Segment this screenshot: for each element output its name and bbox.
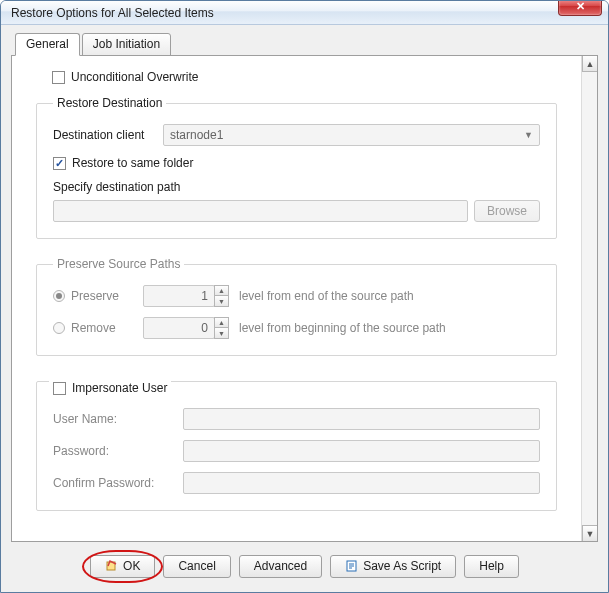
script-icon bbox=[345, 559, 359, 573]
username-row: User Name: bbox=[53, 408, 540, 430]
chevron-down-icon: ▼ bbox=[524, 130, 533, 140]
browse-label: Browse bbox=[487, 204, 527, 218]
password-row: Password: bbox=[53, 440, 540, 462]
close-icon: ✕ bbox=[576, 0, 585, 13]
scroll-down-button[interactable]: ▼ bbox=[582, 525, 597, 541]
specify-path-label: Specify destination path bbox=[53, 180, 540, 194]
unconditional-overwrite-row: Unconditional Overwrite bbox=[52, 70, 557, 84]
tab-general[interactable]: General bbox=[15, 33, 80, 56]
remove-level-input: 0 bbox=[143, 317, 215, 339]
cancel-button[interactable]: Cancel bbox=[163, 555, 230, 578]
impersonate-user-legend: Impersonate User bbox=[72, 381, 167, 395]
confirm-password-input bbox=[183, 472, 540, 494]
ok-label: OK bbox=[123, 559, 140, 573]
impersonate-user-group: x Impersonate User User Name: Password: bbox=[36, 374, 557, 511]
remove-hint: level from beginning of the source path bbox=[239, 321, 446, 335]
tab-panel: Unconditional Overwrite Restore Destinat… bbox=[11, 55, 598, 542]
confirm-password-label: Confirm Password: bbox=[53, 476, 183, 490]
remove-level-spinner: 0 ▲ ▼ bbox=[143, 317, 229, 339]
browse-button: Browse bbox=[474, 200, 540, 222]
restore-same-folder-row: Restore to same folder bbox=[53, 156, 540, 170]
restore-options-dialog: Restore Options for All Selected Items ✕… bbox=[0, 0, 609, 593]
unconditional-overwrite-label: Unconditional Overwrite bbox=[71, 70, 198, 84]
button-bar: OK Cancel Advanced Save As Script Help bbox=[11, 542, 598, 582]
preserve-level-value: 1 bbox=[201, 289, 208, 303]
help-button[interactable]: Help bbox=[464, 555, 519, 578]
ok-icon bbox=[105, 559, 119, 573]
help-label: Help bbox=[479, 559, 504, 573]
tab-job-initiation[interactable]: Job Initiation bbox=[82, 33, 171, 56]
scroll-track[interactable] bbox=[582, 72, 597, 525]
spin-up-button: ▲ bbox=[214, 317, 229, 328]
window-title: Restore Options for All Selected Items bbox=[11, 6, 558, 20]
preserve-level-input: 1 bbox=[143, 285, 215, 307]
tab-content: Unconditional Overwrite Restore Destinat… bbox=[12, 56, 581, 541]
password-input bbox=[183, 440, 540, 462]
ok-button[interactable]: OK bbox=[90, 555, 155, 578]
specify-path-row: Specify destination path Browse bbox=[53, 180, 540, 222]
remove-radio bbox=[53, 322, 65, 334]
remove-label: Remove bbox=[71, 321, 143, 335]
destination-client-select[interactable]: starnode1 ▼ bbox=[163, 124, 540, 146]
username-input bbox=[183, 408, 540, 430]
destination-client-value: starnode1 bbox=[170, 128, 223, 142]
spin-down-button: ▼ bbox=[214, 328, 229, 339]
destination-client-label: Destination client bbox=[53, 128, 163, 142]
remove-level-value: 0 bbox=[201, 321, 208, 335]
preserve-source-paths-group: Preserve Source Paths Preserve 1 ▲ ▼ bbox=[36, 257, 557, 356]
advanced-button[interactable]: Advanced bbox=[239, 555, 322, 578]
preserve-source-paths-legend: Preserve Source Paths bbox=[53, 257, 184, 271]
save-as-script-label: Save As Script bbox=[363, 559, 441, 573]
confirm-password-row: Confirm Password: bbox=[53, 472, 540, 494]
close-button[interactable]: ✕ bbox=[558, 0, 602, 16]
password-label: Password: bbox=[53, 444, 183, 458]
impersonate-user-checkbox[interactable] bbox=[53, 382, 66, 395]
titlebar: Restore Options for All Selected Items ✕ bbox=[1, 1, 608, 25]
restore-same-folder-label: Restore to same folder bbox=[72, 156, 193, 170]
client-area: General Job Initiation Unconditional Ove… bbox=[1, 25, 608, 592]
tab-label: Job Initiation bbox=[93, 37, 160, 51]
save-as-script-button[interactable]: Save As Script bbox=[330, 555, 456, 578]
spin-up-button: ▲ bbox=[214, 285, 229, 296]
preserve-level-spinner: 1 ▲ ▼ bbox=[143, 285, 229, 307]
tab-label: General bbox=[26, 37, 69, 51]
remove-row: Remove 0 ▲ ▼ level from beginning of the… bbox=[53, 317, 540, 339]
destination-client-row: Destination client starnode1 ▼ bbox=[53, 124, 540, 146]
specify-path-input bbox=[53, 200, 468, 222]
cancel-label: Cancel bbox=[178, 559, 215, 573]
preserve-label: Preserve bbox=[71, 289, 143, 303]
unconditional-overwrite-checkbox[interactable] bbox=[52, 71, 65, 84]
scroll-up-button[interactable]: ▲ bbox=[582, 56, 597, 72]
impersonate-legend-wrap: Impersonate User bbox=[49, 381, 171, 395]
tabstrip: General Job Initiation bbox=[11, 33, 598, 56]
preserve-radio bbox=[53, 290, 65, 302]
restore-destination-legend: Restore Destination bbox=[53, 96, 166, 110]
spin-down-button: ▼ bbox=[214, 296, 229, 307]
restore-same-folder-checkbox[interactable] bbox=[53, 157, 66, 170]
preserve-hint: level from end of the source path bbox=[239, 289, 414, 303]
vertical-scrollbar[interactable]: ▲ ▼ bbox=[581, 56, 597, 541]
advanced-label: Advanced bbox=[254, 559, 307, 573]
username-label: User Name: bbox=[53, 412, 183, 426]
preserve-row: Preserve 1 ▲ ▼ level from end of the sou… bbox=[53, 285, 540, 307]
restore-destination-group: Restore Destination Destination client s… bbox=[36, 96, 557, 239]
